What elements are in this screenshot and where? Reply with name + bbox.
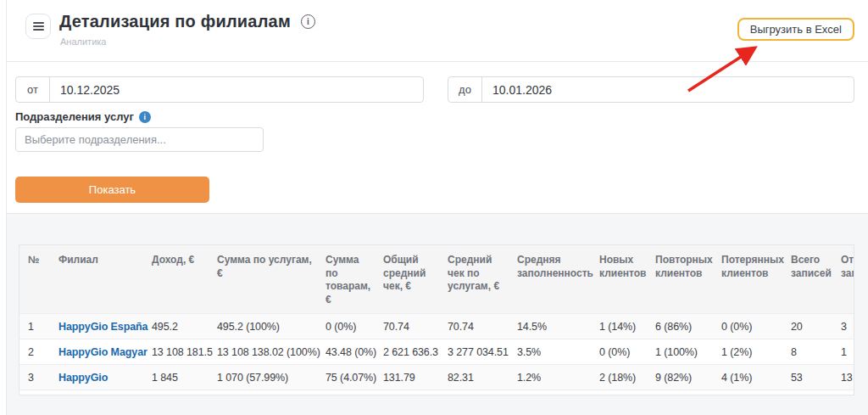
table-row: 2HappyGio Magyar13 108 181.513 108 138.0…: [19, 339, 854, 365]
branch-link[interactable]: HappyGio: [50, 365, 143, 390]
column-header: №: [19, 245, 50, 314]
table-cell: 81: [782, 390, 832, 395]
table-cell: 2: [19, 339, 50, 365]
table-cell: [439, 390, 509, 395]
column-header: Филиал: [50, 245, 143, 314]
table-cell: 2 621 636.3: [375, 339, 439, 365]
column-header: Сумма по товарам, €: [317, 245, 375, 314]
table-cell: [509, 390, 591, 395]
table-cell: 75 (4.07%): [317, 365, 375, 390]
column-header: Доход, €: [143, 245, 209, 314]
table-header: №ФилиалДоход, €Сумма по услугам, €Сумма …: [19, 245, 854, 314]
table-cell: 13 108 138.02 (100%): [209, 339, 317, 365]
date-to-input[interactable]: [482, 77, 854, 102]
table-cell: 70.74: [375, 314, 439, 339]
branch-table-card: №ФилиалДоход, €Сумма по услугам, €Сумма …: [19, 244, 854, 395]
title-row: Детализация по филиалам i: [59, 12, 315, 31]
table-cell: 82.31: [439, 365, 509, 390]
date-to-field[interactable]: до: [448, 76, 854, 103]
table-cell: 1 070 (57.99%): [209, 365, 317, 390]
departments-label: Подразделения услуг: [15, 110, 134, 123]
branch-table: №ФилиалДоход, €Сумма по услугам, €Сумма …: [19, 245, 854, 395]
date-from-prefix: от: [16, 77, 50, 102]
table-cell: 9 (82%): [647, 365, 713, 390]
column-header: Средняя заполненность: [509, 245, 591, 314]
table-cell: 53: [782, 365, 832, 390]
table-cell: 70.74: [439, 314, 509, 339]
date-to-prefix: до: [448, 77, 482, 102]
table-cell: 1 (2%): [713, 339, 782, 365]
table-row: 1HappyGio España495.2495.2 (100%)0 (0%)7…: [19, 314, 854, 339]
page-title: Детализация по филиалам: [59, 12, 291, 31]
collapsed-sidebar: [0, 0, 7, 415]
table-cell: 3.5%: [509, 339, 591, 365]
table-cell: 2 (18%): [591, 365, 647, 390]
table-cell: 8: [782, 339, 832, 365]
column-header: Сумма по услугам, €: [209, 245, 317, 314]
table-cell: 1 (100%): [647, 339, 713, 365]
table-cell: 0 (0%): [591, 339, 647, 365]
table-cell: 17: [832, 390, 854, 395]
table-cell: 118.48: [317, 390, 375, 395]
table-row: 3HappyGio1 8451 070 (57.99%)75 (4.07%)13…: [19, 365, 854, 390]
hamburger-icon: [33, 25, 44, 27]
column-header: Всего записей: [782, 245, 832, 314]
table-cell: [713, 390, 782, 395]
branch-link[interactable]: HappyGio España: [50, 314, 143, 339]
branch-details-page: Детализация по филиалам i Аналитика Выгр…: [0, 0, 868, 415]
show-button[interactable]: Показать: [15, 177, 209, 203]
table-cell: 14.5%: [509, 314, 591, 339]
table-cell: 20: [782, 314, 832, 339]
table-cell: 495.2: [143, 314, 209, 339]
table-cell: 43.48 (0%): [317, 339, 375, 365]
table-cell: [591, 390, 647, 395]
column-header: Повторных клиентов: [647, 245, 713, 314]
table-body: 1HappyGio España495.2495.2 (100%)0 (0%)7…: [19, 314, 854, 395]
column-header: Отмененных записей: [832, 245, 854, 314]
table-cell: [375, 390, 439, 395]
column-header: Потерянных клиентов: [713, 245, 782, 314]
table-cell: 3: [19, 365, 50, 390]
export-excel-button[interactable]: Выгрузить в Excel: [737, 18, 854, 41]
table-cell: 3: [832, 314, 854, 339]
table-cell: 0 (0%): [713, 314, 782, 339]
table-cell: 1 (14%): [591, 314, 647, 339]
table-cell: 6 (86%): [647, 314, 713, 339]
total-row: Итого13 110 521.713 109 703.22118.488117: [19, 390, 854, 395]
table-cell: [647, 390, 713, 395]
table-cell: 1 845: [143, 365, 209, 390]
table-cell: Итого: [50, 390, 143, 395]
column-header: Общий средний чек, €: [375, 245, 439, 314]
date-from-field[interactable]: от: [15, 76, 424, 103]
table-cell: 4 (1%): [713, 365, 782, 390]
breadcrumb: Аналитика: [60, 36, 106, 47]
table-cell: 1: [832, 339, 854, 365]
table-cell: 13 110 521.7: [143, 390, 209, 395]
page-header: Детализация по филиалам i Аналитика Выгр…: [7, 0, 868, 62]
column-header: Новых клиентов: [591, 245, 647, 314]
menu-button[interactable]: [25, 14, 51, 39]
date-from-input[interactable]: [50, 77, 423, 102]
departments-info-icon[interactable]: i: [139, 111, 151, 123]
table-cell: 13 108 181.5: [143, 339, 209, 365]
branch-link[interactable]: HappyGio Magyar: [50, 339, 143, 365]
table-cell: 13: [832, 365, 854, 390]
table-cell: 1: [19, 314, 50, 339]
table-cell: [19, 390, 50, 395]
table-cell: 3 277 034.51: [439, 339, 509, 365]
table-cell: 13 109 703.22: [209, 390, 317, 395]
departments-select[interactable]: [15, 127, 264, 152]
table-cell: 495.2 (100%): [209, 314, 317, 339]
departments-label-row: Подразделения услуг i: [15, 110, 151, 123]
table-cell: 0 (0%): [317, 314, 375, 339]
title-info-icon[interactable]: i: [301, 14, 315, 29]
table-cell: 131.79: [375, 365, 439, 390]
column-header: Средний чек по услугам, €: [439, 245, 509, 314]
table-cell: 1.2%: [509, 365, 591, 390]
